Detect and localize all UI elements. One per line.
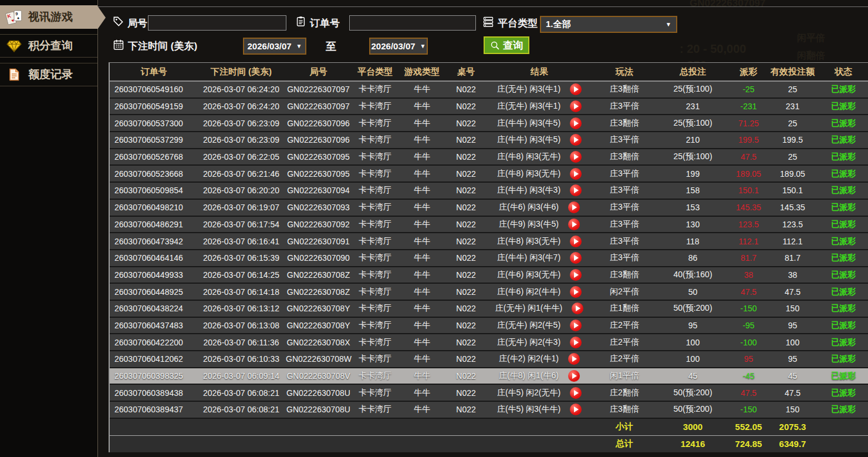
table-row[interactable]: 2603070604120622026-03-07 06:10:33GN0222…: [110, 351, 868, 368]
sidebar: K♥9♠视讯游戏积分查询额度记录: [0, 0, 98, 457]
status-cell: 已派彩: [818, 267, 868, 284]
play-video-button[interactable]: [570, 404, 582, 415]
table-row[interactable]: 2603070604641462026-03-07 06:15:39GN0222…: [110, 250, 868, 267]
table-row[interactable]: 2603070605267682026-03-07 06:22:05GN0222…: [110, 149, 868, 166]
result-cell: 庄(无牛) 闲2(牛3): [486, 334, 593, 351]
search-button[interactable]: 查询: [484, 36, 529, 54]
valid-bet-cell: 25: [768, 115, 818, 132]
table-row[interactable]: 2603070603983252026-03-07 06:09:14GN0222…: [110, 368, 868, 385]
play-video-button[interactable]: [570, 320, 582, 331]
table-row[interactable]: 2603070605098542026-03-07 06:20:20GN0222…: [110, 182, 868, 199]
play-video-button[interactable]: [570, 151, 582, 163]
game-type-cell: 牛牛: [398, 250, 446, 267]
table-row[interactable]: 2603070604499332026-03-07 06:14:25GN0222…: [110, 267, 868, 284]
game-type-cell: 牛牛: [398, 216, 446, 233]
result-cell: 庄(牛2) 闲2(牛1): [486, 351, 593, 368]
play-video-button[interactable]: [570, 134, 582, 146]
round-number-label: 局号: [127, 16, 147, 30]
result-cell: 庄(牛8) 闲3(无牛): [486, 233, 593, 250]
table-cell: N022: [446, 300, 486, 317]
play-method-cell: 庄2平倍: [593, 317, 656, 334]
game-type-cell: 牛牛: [398, 81, 446, 98]
round-cell: GN02226307097: [285, 98, 352, 115]
result-cell: 庄(无牛) 闲2(牛5): [486, 317, 593, 334]
round-cell: GN02226307095: [285, 149, 352, 166]
play-method-cell: 闲2平倍: [593, 283, 656, 300]
table-row[interactable]: 2603070605372992026-03-07 06:23:09GN0222…: [110, 132, 868, 149]
total-bet-cell: 25(预:100): [656, 115, 729, 132]
result-text: 庄(无牛) 闲1(牛牛): [495, 303, 562, 314]
table-row[interactable]: 2603070604489252026-03-07 06:14:18GN0222…: [110, 283, 868, 300]
play-method-cell: 庄3翻倍: [593, 81, 656, 98]
play-video-button[interactable]: [570, 387, 582, 399]
play-video-button[interactable]: [570, 184, 582, 196]
table-row[interactable]: 2603070603894382026-03-07 06:08:21GN0222…: [110, 384, 868, 401]
play-video-button[interactable]: [570, 83, 582, 95]
play-video-button[interactable]: [568, 353, 580, 365]
play-video-button[interactable]: [570, 168, 582, 180]
result-cell: 庄(无牛) 闲3(牛1): [486, 98, 593, 115]
date-to-value: 2026/03/07: [371, 41, 416, 51]
table-row[interactable]: 2603070605491602026-03-07 06:24:20GN0222…: [110, 81, 868, 98]
valid-bet-cell: 123.5: [768, 216, 818, 233]
platform-cell: 卡卡湾厅: [352, 317, 398, 334]
table-cell: N022: [446, 267, 486, 284]
result-cell: 庄(牛牛) 闲3(牛3): [486, 182, 593, 199]
table-row[interactable]: 2603070605236682026-03-07 06:21:46GN0222…: [110, 165, 868, 182]
total-bet-cell: 158: [656, 182, 729, 199]
sidebar-item-3[interactable]: 额度记录: [0, 63, 97, 86]
play-video-button[interactable]: [568, 201, 580, 213]
column-header-9: 总投注: [656, 63, 729, 81]
date-from-select[interactable]: 2026/03/07 ▼: [243, 38, 306, 55]
betting-records-page: { "sidebar": { "items": [ {"label": "视讯游…: [0, 0, 868, 457]
payout-cell: 189.05: [729, 165, 768, 182]
round-cell: GN0222630708Z: [285, 267, 352, 284]
table-row[interactable]: 2603070604382242026-03-07 06:13:12GN0222…: [110, 300, 868, 317]
total-bet-cell: 95: [656, 317, 729, 334]
play-video-button[interactable]: [570, 100, 582, 112]
play-video-button[interactable]: [568, 370, 580, 382]
order-number-input[interactable]: [349, 15, 476, 31]
status-cell: 已派彩: [818, 401, 868, 418]
platform-type-label-group: 平台类型: [482, 16, 538, 31]
play-video-button[interactable]: [570, 286, 582, 298]
sidebar-item-2[interactable]: 积分查询: [0, 34, 97, 58]
platform-cell: 卡卡湾厅: [352, 250, 398, 267]
play-method-cell: 庄1翻倍: [593, 300, 656, 317]
play-video-button[interactable]: [570, 337, 582, 348]
platform-cell: 卡卡湾厅: [352, 368, 398, 385]
table-row[interactable]: 2603070604374832026-03-07 06:13:08GN0222…: [110, 317, 868, 334]
play-video-button[interactable]: [570, 252, 582, 264]
play-video-button[interactable]: [572, 303, 583, 314]
play-video-button[interactable]: [570, 117, 582, 129]
valid-bet-cell: 150: [768, 300, 818, 317]
table-cell: N022: [446, 401, 486, 418]
table-row[interactable]: 2603070604739422026-03-07 06:16:41GN0222…: [110, 233, 868, 250]
play-method-cell: 庄3平倍: [593, 250, 656, 267]
valid-bet-cell: 95: [768, 351, 818, 368]
payout-cell: 112.1: [729, 233, 768, 250]
sidebar-item-1[interactable]: K♥9♠视讯游戏: [0, 5, 97, 29]
game-type-cell: 牛牛: [398, 132, 446, 149]
round-number-input[interactable]: [148, 15, 286, 31]
platform-type-select[interactable]: 1.全部 ▼: [540, 16, 677, 33]
play-video-button[interactable]: [570, 236, 582, 247]
play-video-button[interactable]: [568, 219, 580, 230]
result-cell: 庄(牛牛) 闲3(牛5): [486, 132, 593, 149]
table-row[interactable]: 2603070603894372026-03-07 06:08:21GN0222…: [110, 401, 868, 418]
status-cell: 已派彩: [818, 149, 868, 166]
date-to-select[interactable]: 2026/03/07 ▼: [369, 38, 428, 55]
game-type-cell: 牛牛: [398, 165, 446, 182]
game-type-cell: 牛牛: [398, 300, 446, 317]
order-cell: 260307060449933: [110, 267, 198, 284]
table-row[interactable]: 2603070604862912026-03-07 06:17:54GN0222…: [110, 216, 868, 233]
result-text: 庄(牛5) 闲3(牛牛): [497, 404, 560, 415]
table-row[interactable]: 2603070604982102026-03-07 06:19:07GN0222…: [110, 199, 868, 216]
table-row[interactable]: 2603070605373002026-03-07 06:23:09GN0222…: [110, 115, 868, 132]
total-bet-cell: 50(预:200): [656, 401, 729, 418]
play-video-button[interactable]: [570, 269, 582, 281]
play-method-cell: 庄3平倍: [593, 182, 656, 199]
table-row[interactable]: 2603070605491592026-03-07 06:24:20GN0222…: [110, 98, 868, 115]
table-row[interactable]: 2603070604222002026-03-07 06:11:36GN0222…: [110, 334, 868, 351]
platform-cell: 卡卡湾厅: [352, 182, 398, 199]
